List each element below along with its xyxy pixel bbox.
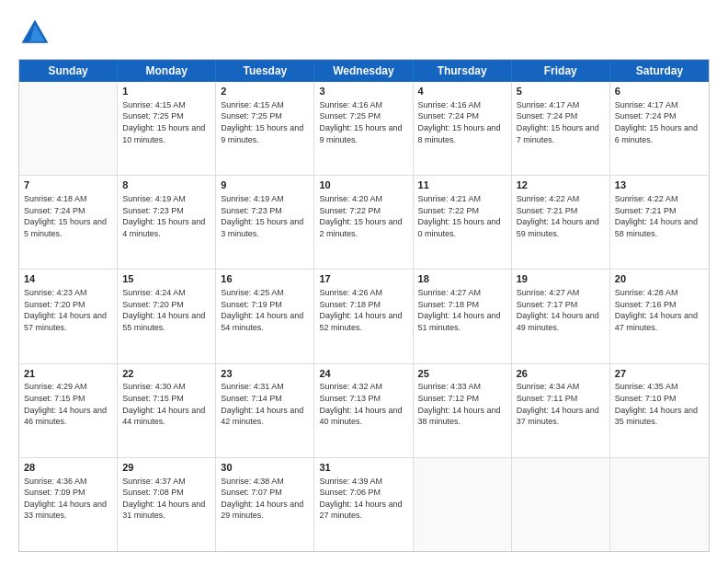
calendar-header: SundayMondayTuesdayWednesdayThursdayFrid… <box>19 60 709 82</box>
day-number: 30 <box>221 461 309 475</box>
day-number: 6 <box>615 85 704 98</box>
day-header-thursday: Thursday <box>414 60 512 82</box>
sun-info: Sunrise: 4:26 AM Sunset: 7:18 PM Dayligh… <box>319 287 407 333</box>
day-number: 16 <box>221 272 309 286</box>
sun-info: Sunrise: 4:15 AM Sunset: 7:25 PM Dayligh… <box>122 99 210 145</box>
sun-info: Sunrise: 4:32 AM Sunset: 7:13 PM Dayligh… <box>319 381 407 427</box>
day-number: 20 <box>615 272 704 286</box>
calendar-cell: 12Sunrise: 4:22 AM Sunset: 7:21 PM Dayli… <box>512 176 610 269</box>
calendar-cell: 8Sunrise: 4:19 AM Sunset: 7:23 PM Daylig… <box>118 176 216 269</box>
day-header-friday: Friday <box>512 60 610 82</box>
sun-info: Sunrise: 4:35 AM Sunset: 7:10 PM Dayligh… <box>615 381 704 427</box>
day-number: 27 <box>615 367 704 381</box>
sun-info: Sunrise: 4:17 AM Sunset: 7:24 PM Dayligh… <box>615 99 704 145</box>
calendar-cell: 11Sunrise: 4:21 AM Sunset: 7:22 PM Dayli… <box>414 176 512 269</box>
header <box>18 17 710 50</box>
day-number: 15 <box>122 272 210 286</box>
calendar-cell: 5Sunrise: 4:17 AM Sunset: 7:24 PM Daylig… <box>512 82 610 175</box>
day-number: 11 <box>418 178 506 192</box>
calendar-cell: 2Sunrise: 4:15 AM Sunset: 7:25 PM Daylig… <box>216 82 314 175</box>
day-number: 26 <box>517 367 605 381</box>
calendar-cell: 3Sunrise: 4:16 AM Sunset: 7:25 PM Daylig… <box>314 82 413 175</box>
calendar-week-1: 1Sunrise: 4:15 AM Sunset: 7:25 PM Daylig… <box>19 82 709 176</box>
sun-info: Sunrise: 4:15 AM Sunset: 7:25 PM Dayligh… <box>221 99 309 145</box>
day-number: 13 <box>615 178 704 192</box>
sun-info: Sunrise: 4:28 AM Sunset: 7:16 PM Dayligh… <box>615 287 704 333</box>
day-number: 21 <box>24 367 112 381</box>
calendar-cell: 20Sunrise: 4:28 AM Sunset: 7:16 PM Dayli… <box>610 270 709 362</box>
logo-icon <box>18 17 51 50</box>
day-number: 29 <box>122 461 210 475</box>
calendar-cell: 26Sunrise: 4:34 AM Sunset: 7:11 PM Dayli… <box>512 364 610 457</box>
calendar-cell: 18Sunrise: 4:27 AM Sunset: 7:18 PM Dayli… <box>414 270 512 362</box>
calendar-cell: 23Sunrise: 4:31 AM Sunset: 7:14 PM Dayli… <box>216 364 314 457</box>
day-header-wednesday: Wednesday <box>314 60 413 82</box>
day-header-sunday: Sunday <box>19 60 118 82</box>
sun-info: Sunrise: 4:20 AM Sunset: 7:22 PM Dayligh… <box>319 193 407 239</box>
sun-info: Sunrise: 4:36 AM Sunset: 7:09 PM Dayligh… <box>24 476 112 522</box>
sun-info: Sunrise: 4:29 AM Sunset: 7:15 PM Dayligh… <box>24 381 112 427</box>
sun-info: Sunrise: 4:39 AM Sunset: 7:06 PM Dayligh… <box>319 476 407 522</box>
sun-info: Sunrise: 4:16 AM Sunset: 7:25 PM Dayligh… <box>319 99 407 145</box>
day-number: 12 <box>517 178 605 192</box>
day-number: 8 <box>122 178 210 192</box>
day-header-monday: Monday <box>118 60 216 82</box>
sun-info: Sunrise: 4:19 AM Sunset: 7:23 PM Dayligh… <box>122 193 210 239</box>
day-number: 19 <box>517 272 605 286</box>
calendar-cell: 15Sunrise: 4:24 AM Sunset: 7:20 PM Dayli… <box>118 270 216 362</box>
calendar-cell: 27Sunrise: 4:35 AM Sunset: 7:10 PM Dayli… <box>610 364 709 457</box>
calendar-cell: 30Sunrise: 4:38 AM Sunset: 7:07 PM Dayli… <box>216 458 314 551</box>
day-number: 10 <box>319 178 407 192</box>
sun-info: Sunrise: 4:37 AM Sunset: 7:08 PM Dayligh… <box>122 476 210 522</box>
day-number: 31 <box>319 461 407 475</box>
sun-info: Sunrise: 4:18 AM Sunset: 7:24 PM Dayligh… <box>24 193 112 239</box>
sun-info: Sunrise: 4:27 AM Sunset: 7:18 PM Dayligh… <box>418 287 506 333</box>
day-number: 5 <box>517 85 605 98</box>
sun-info: Sunrise: 4:22 AM Sunset: 7:21 PM Dayligh… <box>615 193 704 239</box>
sun-info: Sunrise: 4:33 AM Sunset: 7:12 PM Dayligh… <box>418 381 506 427</box>
calendar-cell <box>19 82 118 175</box>
calendar-cell: 25Sunrise: 4:33 AM Sunset: 7:12 PM Dayli… <box>414 364 512 457</box>
calendar-cell: 19Sunrise: 4:27 AM Sunset: 7:17 PM Dayli… <box>512 270 610 362</box>
calendar-cell: 31Sunrise: 4:39 AM Sunset: 7:06 PM Dayli… <box>314 458 413 551</box>
day-number: 1 <box>122 85 210 98</box>
calendar-cell: 22Sunrise: 4:30 AM Sunset: 7:15 PM Dayli… <box>118 364 216 457</box>
calendar-week-4: 21Sunrise: 4:29 AM Sunset: 7:15 PM Dayli… <box>19 364 709 458</box>
calendar-cell: 28Sunrise: 4:36 AM Sunset: 7:09 PM Dayli… <box>19 458 118 551</box>
sun-info: Sunrise: 4:22 AM Sunset: 7:21 PM Dayligh… <box>517 193 605 239</box>
sun-info: Sunrise: 4:16 AM Sunset: 7:24 PM Dayligh… <box>418 99 506 145</box>
day-number: 2 <box>221 85 309 98</box>
calendar-cell: 7Sunrise: 4:18 AM Sunset: 7:24 PM Daylig… <box>19 176 118 269</box>
sun-info: Sunrise: 4:30 AM Sunset: 7:15 PM Dayligh… <box>122 381 210 427</box>
calendar-cell: 10Sunrise: 4:20 AM Sunset: 7:22 PM Dayli… <box>314 176 413 269</box>
calendar-cell: 9Sunrise: 4:19 AM Sunset: 7:23 PM Daylig… <box>216 176 314 269</box>
day-number: 3 <box>319 85 407 98</box>
calendar: SundayMondayTuesdayWednesdayThursdayFrid… <box>18 59 710 552</box>
day-number: 22 <box>122 367 210 381</box>
day-header-tuesday: Tuesday <box>216 60 314 82</box>
day-number: 4 <box>418 85 506 98</box>
day-number: 7 <box>24 178 112 192</box>
calendar-cell <box>512 458 610 551</box>
sun-info: Sunrise: 4:27 AM Sunset: 7:17 PM Dayligh… <box>517 287 605 333</box>
sun-info: Sunrise: 4:38 AM Sunset: 7:07 PM Dayligh… <box>221 476 309 522</box>
calendar-cell: 1Sunrise: 4:15 AM Sunset: 7:25 PM Daylig… <box>118 82 216 175</box>
day-number: 14 <box>24 272 112 286</box>
day-header-saturday: Saturday <box>610 60 709 82</box>
day-number: 24 <box>319 367 407 381</box>
sun-info: Sunrise: 4:19 AM Sunset: 7:23 PM Dayligh… <box>221 193 309 239</box>
calendar-week-5: 28Sunrise: 4:36 AM Sunset: 7:09 PM Dayli… <box>19 458 709 551</box>
calendar-week-3: 14Sunrise: 4:23 AM Sunset: 7:20 PM Dayli… <box>19 270 709 363</box>
calendar-cell: 17Sunrise: 4:26 AM Sunset: 7:18 PM Dayli… <box>314 270 413 362</box>
calendar-cell <box>414 458 512 551</box>
calendar-body: 1Sunrise: 4:15 AM Sunset: 7:25 PM Daylig… <box>19 82 709 551</box>
day-number: 9 <box>221 178 309 192</box>
calendar-cell: 29Sunrise: 4:37 AM Sunset: 7:08 PM Dayli… <box>118 458 216 551</box>
page: SundayMondayTuesdayWednesdayThursdayFrid… <box>0 0 728 563</box>
calendar-cell: 24Sunrise: 4:32 AM Sunset: 7:13 PM Dayli… <box>314 364 413 457</box>
calendar-cell: 6Sunrise: 4:17 AM Sunset: 7:24 PM Daylig… <box>610 82 709 175</box>
sun-info: Sunrise: 4:23 AM Sunset: 7:20 PM Dayligh… <box>24 287 112 333</box>
calendar-cell: 13Sunrise: 4:22 AM Sunset: 7:21 PM Dayli… <box>610 176 709 269</box>
day-number: 25 <box>418 367 506 381</box>
day-number: 17 <box>319 272 407 286</box>
